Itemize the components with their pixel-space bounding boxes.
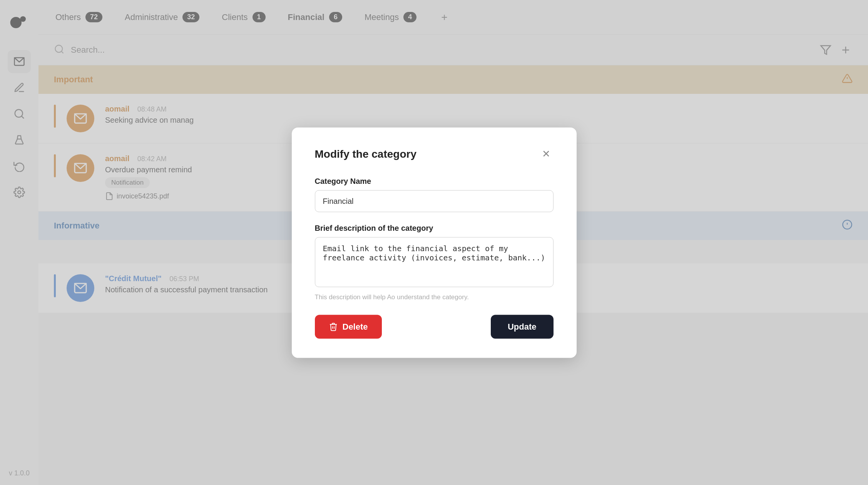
modal-header: Modify the category ✕ (315, 147, 554, 161)
modal-title: Modify the category (315, 148, 416, 160)
category-name-input[interactable] (315, 190, 554, 212)
trash-icon (329, 322, 338, 331)
description-textarea[interactable] (315, 237, 554, 287)
delete-button[interactable]: Delete (315, 315, 382, 338)
modal-actions: Delete Update (315, 315, 554, 338)
delete-label: Delete (343, 322, 368, 332)
modify-category-modal: Modify the category ✕ Category Name Brie… (292, 127, 577, 358)
update-button[interactable]: Update (491, 315, 554, 338)
category-name-label: Category Name (315, 177, 554, 185)
update-label: Update (508, 322, 537, 331)
description-hint: This description will help Ao understand… (315, 293, 554, 301)
modal-close-button[interactable]: ✕ (539, 147, 554, 161)
description-label: Brief description of the category (315, 223, 554, 232)
